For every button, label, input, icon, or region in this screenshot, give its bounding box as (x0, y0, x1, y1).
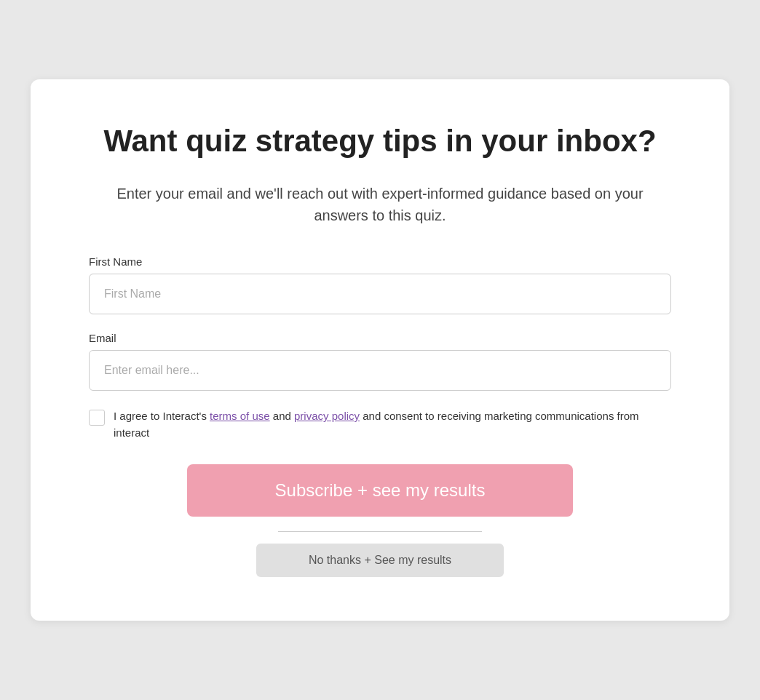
first-name-input[interactable] (89, 274, 671, 314)
card-description: Enter your email and we'll reach out wit… (89, 183, 671, 226)
divider (278, 531, 482, 532)
main-card: Want quiz strategy tips in your inbox? E… (31, 79, 729, 621)
terms-of-use-link[interactable]: terms of use (210, 410, 270, 422)
privacy-policy-link[interactable]: privacy policy (294, 410, 360, 422)
consent-checkbox[interactable] (89, 410, 105, 426)
first-name-label: First Name (89, 255, 671, 268)
first-name-group: First Name (89, 255, 671, 314)
consent-text-before: I agree to Interact's (114, 410, 210, 422)
email-group: Email (89, 332, 671, 391)
consent-row: I agree to Interact's terms of use and p… (89, 408, 671, 441)
consent-and: and (270, 410, 294, 422)
card-title: Want quiz strategy tips in your inbox? (89, 123, 671, 159)
consent-text: I agree to Interact's terms of use and p… (114, 408, 671, 441)
subscribe-button[interactable]: Subscribe + see my results (187, 464, 573, 517)
email-input[interactable] (89, 350, 671, 391)
no-thanks-button[interactable]: No thanks + See my results (256, 544, 504, 577)
email-label: Email (89, 332, 671, 344)
